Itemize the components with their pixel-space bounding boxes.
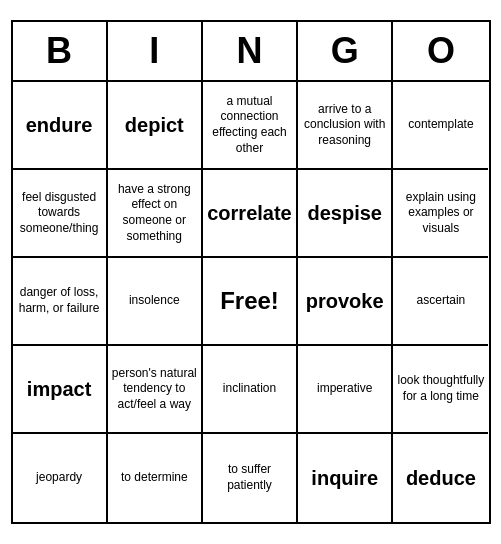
cell-15: impact (13, 346, 108, 434)
cell-2: a mutual connection effecting each other (203, 82, 298, 170)
cell-19: look thoughtfully for a long time (393, 346, 488, 434)
cell-6: have a strong effect on someone or somet… (108, 170, 203, 258)
cell-0: endure (13, 82, 108, 170)
header-b: B (13, 22, 108, 80)
cell-4: contemplate (393, 82, 488, 170)
header-i: I (108, 22, 203, 80)
cell-24: deduce (393, 434, 488, 522)
cell-3: arrive to a conclusion with reasoning (298, 82, 393, 170)
cell-7: correlate (203, 170, 298, 258)
cell-13: provoke (298, 258, 393, 346)
cell-1: depict (108, 82, 203, 170)
header-o: O (393, 22, 488, 80)
bingo-grid: enduredepicta mutual connection effectin… (13, 82, 489, 522)
cell-10: danger of loss, harm, or failure (13, 258, 108, 346)
cell-9: explain using examples or visuals (393, 170, 488, 258)
header-n: N (203, 22, 298, 80)
bingo-card: B I N G O enduredepicta mutual connectio… (11, 20, 491, 524)
cell-18: imperative (298, 346, 393, 434)
cell-14: ascertain (393, 258, 488, 346)
cell-23: inquire (298, 434, 393, 522)
cell-12: Free! (203, 258, 298, 346)
cell-8: despise (298, 170, 393, 258)
header-g: G (298, 22, 393, 80)
cell-16: person's natural tendency to act/feel a … (108, 346, 203, 434)
cell-22: to suffer patiently (203, 434, 298, 522)
cell-20: jeopardy (13, 434, 108, 522)
cell-11: insolence (108, 258, 203, 346)
cell-5: feel disgusted towards someone/thing (13, 170, 108, 258)
cell-21: to determine (108, 434, 203, 522)
bingo-header: B I N G O (13, 22, 489, 82)
cell-17: inclination (203, 346, 298, 434)
